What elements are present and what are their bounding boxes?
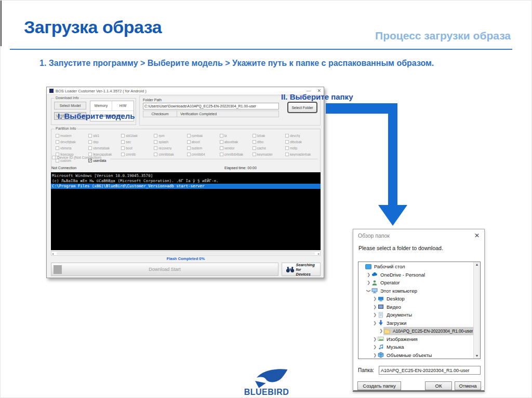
partition-checkbox-custom[interactable]: custom [56, 159, 88, 162]
slide: Загрузка образа Процесс загрузки образа … [0, 0, 532, 398]
partition-checkbox-rpm[interactable]: rpm [154, 134, 187, 138]
checkbox-icon [285, 146, 289, 150]
checkbox-icon [187, 153, 191, 156]
arrow-head-icon [378, 205, 407, 226]
slide-edge-line [1, 1, 2, 46]
chevron-right-icon[interactable]: ❯ [366, 280, 371, 285]
ok-button[interactable]: ОК [425, 381, 452, 390]
partition-checkbox-abootbak[interactable]: abootbak [220, 140, 252, 144]
partition-checkbox-sec[interactable]: sec [121, 140, 154, 144]
partition-checkbox-rpmbak[interactable]: rpmbak [187, 134, 220, 138]
tree-item-12[interactable]: ❯Объемные объекты [358, 351, 473, 360]
brand-name: BLUEBIRD [235, 388, 298, 397]
partition-label: modem [60, 134, 72, 138]
console-line: C:\Program Files (x86)\BlueBird\Customer… [51, 184, 321, 189]
partition-checkbox-keymaster[interactable]: keymaster [252, 153, 285, 156]
partition-checkbox-splash[interactable]: splash [154, 140, 187, 144]
partition-label: vbmetabak [93, 146, 110, 150]
partition-checkbox-keymasterbak[interactable]: keymasterbak [285, 153, 318, 156]
tree-scrollbar[interactable]: ▲ ▼ [473, 262, 480, 359]
partition-checkbox-dsp[interactable]: dsp [88, 140, 121, 144]
tree-item-9[interactable]: ❯A10APQ_EC25-EN-20220304_R1.00-user [358, 327, 473, 335]
partition-label: aboot [192, 140, 200, 144]
partition-checkbox-tzbak[interactable]: tzbak [252, 134, 285, 138]
partition-checkbox-devcfg[interactable]: devcfg [285, 134, 318, 138]
checkbox-icon [252, 146, 256, 150]
dialog-close-icon[interactable]: ✕ [474, 232, 480, 239]
tree-item-5[interactable]: ❯Desktop [358, 295, 473, 303]
partition-checkbox-vendor[interactable]: vendor [220, 146, 252, 150]
folder-path-label: Folder Path [143, 98, 162, 102]
chevron-down-icon[interactable]: ❯ [366, 289, 371, 293]
tree-item-6[interactable]: ❯Видео [358, 303, 473, 311]
partition-checkbox-mdtp[interactable]: mdtp [285, 146, 318, 150]
brand-logo: BLUEBIRD [235, 368, 298, 397]
partition-checkbox-system[interactable]: system [187, 146, 220, 150]
create-folder-button[interactable]: Создать папку [357, 381, 401, 390]
scroll-down-icon[interactable]: ▼ [475, 353, 479, 359]
chevron-right-icon[interactable]: ❯ [373, 305, 377, 309]
partition-label: vbmeta [60, 146, 71, 150]
tree-item-2[interactable]: ❯OneDrive - Personal [358, 271, 473, 279]
tree-item-4[interactable]: ❯Этот компьютер [358, 287, 473, 295]
partition-checkbox-cache[interactable]: cache [252, 146, 285, 150]
device-id-checkbox[interactable]: Device ID (Not Connection) [52, 156, 101, 159]
select-folder-button[interactable]: Select Folder [287, 102, 317, 113]
tree-item-3[interactable]: ❯Operator [358, 279, 473, 287]
partition-checkbox-sbl1[interactable]: sbl1 [88, 134, 121, 138]
chevron-right-icon[interactable]: ❯ [373, 321, 377, 325]
console-hscrollbar[interactable]: ◂ ▸ [51, 251, 321, 256]
partition-label: devcfgbak [60, 140, 76, 144]
checkbox-icon [187, 134, 191, 138]
partition-info-label: Partition Info [55, 127, 77, 130]
tree-item-7[interactable]: ❯Документы [358, 311, 473, 319]
scroll-left-icon[interactable]: ◂ [52, 252, 54, 255]
download-start-button[interactable]: Download Start [51, 263, 278, 276]
chevron-right-icon[interactable]: ❯ [373, 345, 377, 349]
partition-label: recovery [158, 146, 171, 150]
folder-name-input[interactable]: A10APQ_EC25-EN-20220304_R1.00-user [379, 366, 481, 375]
checkbox-icon: ✓ [88, 159, 92, 162]
tree-item-label: Загрузки [387, 320, 406, 326]
console-output: Microsoft Windows [Version 10.0.19045.35… [51, 172, 321, 250]
partition-checkbox-userdata[interactable]: ✓userdata [88, 159, 121, 162]
partition-checkbox-boot[interactable]: boot [121, 146, 154, 150]
chevron-right-icon[interactable]: ❯ [373, 296, 377, 301]
partition-checkbox-vbmetabak[interactable]: vbmetabak [88, 146, 121, 150]
scroll-right-icon[interactable]: ▸ [318, 252, 320, 255]
partition-checkbox-devcfgbak[interactable]: devcfgbak [56, 140, 88, 144]
partition-label: splash [158, 140, 168, 144]
partition-checkbox-recovery[interactable]: recovery [154, 146, 187, 150]
hscroll-thumb[interactable] [57, 252, 315, 255]
chevron-right-icon[interactable]: ❯ [373, 353, 377, 358]
scroll-up-icon[interactable]: ▲ [475, 262, 479, 267]
tree-item-10[interactable]: ❯Изображения [358, 335, 473, 344]
folder-path-input[interactable]: C:\Users\User\Downloads\A10APQ_EC25-EN-2… [143, 103, 279, 109]
tree-item-11[interactable]: ❯Музыка [358, 343, 473, 351]
header-divider [10, 49, 512, 50]
chevron-right-icon[interactable]: ❯ [373, 312, 377, 317]
chevron-right-icon[interactable]: ❯ [373, 337, 377, 341]
partition-checkbox-vbmeta[interactable]: vbmeta [56, 146, 88, 150]
partition-checkbox-cmnlibbak[interactable]: cmnlibbak [154, 153, 187, 156]
cancel-button[interactable]: Отмена [455, 381, 481, 390]
partition-label: rpm [158, 134, 164, 138]
tree-item-8[interactable]: ❯Загрузки [358, 319, 473, 327]
dialog-prompt: Please select a folder to download. [358, 245, 443, 251]
tree-item-1[interactable]: Рабочий стол [358, 263, 473, 271]
partition-checkbox-dtbobak[interactable]: dtbobak [285, 140, 318, 144]
partition-checkbox-sbl1bak[interactable]: sbl1bak [121, 134, 154, 138]
chevron-right-icon[interactable]: ❯ [379, 328, 383, 333]
partition-checkbox-cmnlib64bak[interactable]: cmnlib64bak [220, 153, 252, 156]
partition-checkbox-dtbo[interactable]: dtbo [252, 140, 285, 144]
partition-checkbox-tz[interactable]: tz [220, 134, 252, 138]
tree-item-label: Видео [387, 304, 401, 310]
resize-grip-icon[interactable]: ⋰ [480, 386, 484, 390]
partition-checkbox-modem[interactable]: modem [56, 134, 88, 138]
partition-checkbox-cmnlib64[interactable]: cmnlib64 [187, 153, 220, 156]
partition-checkbox-cmnlib[interactable]: cmnlib [121, 153, 154, 156]
partition-checkbox-aboot[interactable]: aboot [187, 140, 220, 144]
video-icon [378, 304, 384, 310]
searching-devices-button[interactable]: Searching for Devices [282, 263, 321, 276]
chevron-right-icon[interactable]: ❯ [366, 272, 371, 277]
